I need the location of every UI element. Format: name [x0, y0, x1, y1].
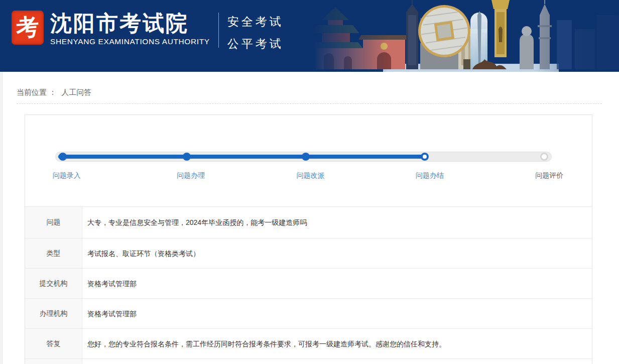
stepper-dot-handling — [183, 153, 191, 161]
row-label: 问题 — [25, 207, 82, 238]
row-label: 提交机构 — [25, 269, 82, 298]
slogan-line-2: 公平考试 — [227, 33, 284, 55]
table-row-type: 类型 考试报名、取证环节（资格类考试） — [25, 238, 592, 269]
qa-detail-table: 问题 大专，专业是信息安全与管理，2024年毕业函授的，能考一级建造师吗 类型 … — [25, 206, 592, 364]
row-label: 类型 — [25, 238, 82, 268]
stepper-progress-fill — [58, 155, 425, 159]
site-header: 考 沈阳市考试院 SHENYANG EXAMINATIONS AUTHORITY… — [0, 0, 619, 72]
stepper-dot-evaluate — [540, 153, 548, 161]
row-value — [82, 359, 592, 364]
stepper-dot-reassign — [302, 153, 310, 161]
stepper-track — [55, 152, 552, 162]
header-brand-group: 考 沈阳市考试院 SHENYANG EXAMINATIONS AUTHORITY… — [0, 0, 619, 55]
table-row-handle-org: 办理机构 资格考试管理部 — [25, 299, 592, 329]
site-title: 沈阳市考试院 — [50, 11, 210, 36]
logo-seal-character: 考 — [15, 11, 40, 44]
row-label — [25, 359, 82, 364]
site-subtitle: SHENYANG EXAMINATIONS AUTHORITY — [50, 37, 210, 46]
row-value: 大专，专业是信息安全与管理，2024年毕业函授的，能考一级建造师吗 — [82, 207, 592, 238]
breadcrumb-current-page: 人工问答 — [61, 88, 91, 96]
progress-stepper: 问题录入 问题办理 问题改派 问题办结 问题评价 — [25, 115, 592, 206]
header-slogan: 安全考试 公平考试 — [227, 11, 284, 55]
row-value: 考试报名、取证环节（资格类考试） — [82, 238, 592, 268]
stepper-label-closed: 问题办结 — [416, 171, 444, 180]
table-row-question: 问题 大专，专业是信息安全与管理，2024年毕业函授的，能考一级建造师吗 — [25, 207, 592, 238]
stepper-label-entry: 问题录入 — [53, 171, 81, 180]
page-left-edge — [0, 72, 3, 364]
stepper-dot-entry — [59, 153, 67, 161]
row-value: 资格考试管理部 — [82, 299, 592, 328]
stepper-labels: 问题录入 问题办理 问题改派 问题办结 问题评价 — [55, 171, 552, 181]
row-label: 答复 — [25, 329, 82, 358]
stepper-label-evaluate: 问题评价 — [535, 171, 563, 180]
slogan-line-1: 安全考试 — [227, 11, 284, 33]
breadcrumb-divider — [17, 103, 602, 104]
stepper-dot-closed — [421, 153, 429, 161]
stepper-label-reassign: 问题改派 — [296, 171, 324, 180]
breadcrumb-label: 当前位置 ： — [17, 88, 56, 96]
site-logo: 考 — [12, 11, 44, 45]
site-title-block: 沈阳市考试院 SHENYANG EXAMINATIONS AUTHORITY — [50, 11, 210, 46]
table-row-submit-org: 提交机构 资格考试管理部 — [25, 269, 592, 299]
table-row-reply: 答复 您好，您的专业符合报名条件，需工作经历同时符合报考条件要求，可报考一级建造… — [25, 329, 592, 359]
row-value: 您好，您的专业符合报名条件，需工作经历同时符合报考条件要求，可报考一级建造师考试… — [82, 329, 592, 358]
breadcrumb: 当前位置 ： 人工问答 — [17, 88, 619, 97]
header-divider — [218, 13, 219, 48]
table-row-partial — [25, 359, 592, 364]
row-value: 资格考试管理部 — [82, 269, 592, 298]
row-label: 办理机构 — [25, 299, 82, 328]
stepper-label-handling: 问题办理 — [177, 171, 205, 180]
qa-detail-card: 问题录入 问题办理 问题改派 问题办结 问题评价 问题 大专，专业是信息安全与管… — [25, 114, 592, 364]
